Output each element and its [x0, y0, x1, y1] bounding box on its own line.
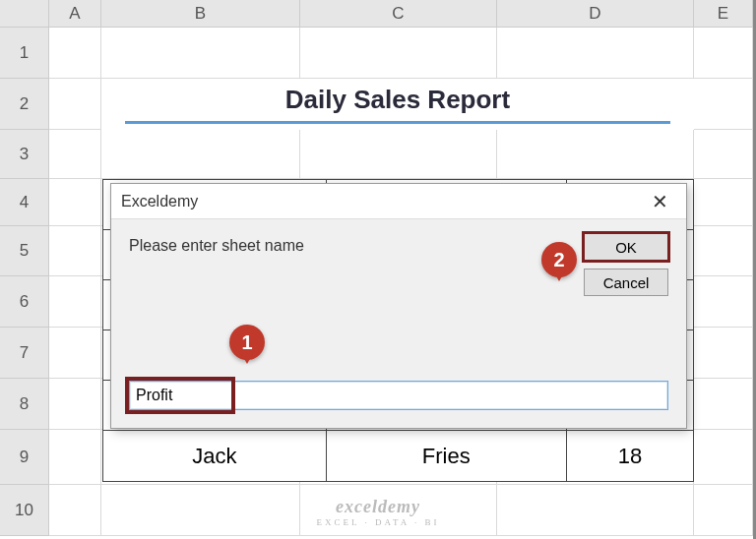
ok-button[interactable]: OK	[584, 233, 668, 261]
table-row: Jack Fries 18	[103, 431, 694, 482]
dialog-titlebar[interactable]: Exceldemy ✕	[111, 184, 686, 219]
watermark: exceldemy EXCEL · DATA · BI	[317, 497, 440, 527]
sheet-name-input[interactable]	[129, 381, 668, 410]
cell[interactable]	[49, 79, 101, 130]
close-icon[interactable]: ✕	[644, 190, 676, 213]
row-header-7[interactable]: 7	[0, 328, 49, 379]
cell[interactable]	[694, 276, 753, 328]
row-header-3[interactable]: 3	[0, 130, 49, 179]
row-header-5[interactable]: 5	[0, 226, 49, 276]
cell[interactable]	[49, 226, 101, 276]
cell[interactable]	[694, 28, 753, 79]
dialog-buttons: OK Cancel	[584, 233, 668, 296]
row-header-2[interactable]: 2	[0, 79, 49, 130]
cell[interactable]	[497, 130, 694, 179]
cell-value[interactable]: 18	[566, 431, 693, 482]
col-header-A[interactable]: A	[49, 0, 101, 28]
dialog-title: Exceldemy	[121, 193, 198, 210]
input-row	[129, 381, 668, 410]
cell[interactable]	[694, 179, 753, 226]
watermark-subtitle: EXCEL · DATA · BI	[317, 517, 440, 527]
inputbox-dialog: Exceldemy ✕ Please enter sheet name OK C…	[110, 183, 687, 429]
cell[interactable]	[300, 28, 497, 79]
cell[interactable]	[49, 179, 101, 226]
select-all-corner[interactable]	[0, 0, 49, 28]
cell[interactable]	[101, 28, 300, 79]
title-cell[interactable]: Daily Sales Report	[101, 79, 694, 130]
row-header-9[interactable]: 9	[0, 430, 49, 485]
row-header-4[interactable]: 4	[0, 179, 49, 226]
cell-name[interactable]: Jack	[103, 431, 327, 482]
spreadsheet-area: A B C D E 1 2 Daily Sales Report 3 4 5 6…	[0, 0, 756, 539]
col-header-B[interactable]: B	[101, 0, 300, 28]
callout-2: 2	[541, 242, 577, 277]
cell[interactable]	[49, 276, 101, 328]
cell[interactable]	[49, 379, 101, 430]
cancel-button[interactable]: Cancel	[584, 269, 668, 296]
callout-1: 1	[229, 325, 265, 360]
watermark-title: exceldemy	[317, 497, 440, 517]
row-header-8[interactable]: 8	[0, 379, 49, 430]
cell[interactable]	[49, 28, 101, 79]
col-header-C[interactable]: C	[300, 0, 497, 28]
cell-item[interactable]: Fries	[326, 431, 566, 482]
cell[interactable]	[497, 28, 694, 79]
cell[interactable]	[694, 328, 753, 379]
cell[interactable]	[694, 485, 753, 536]
cell[interactable]	[49, 130, 101, 179]
cell[interactable]	[694, 130, 753, 179]
cell[interactable]	[300, 130, 497, 179]
report-title: Daily Sales Report	[125, 85, 670, 124]
col-header-E[interactable]: E	[694, 0, 753, 28]
cell[interactable]	[101, 130, 300, 179]
cell[interactable]	[694, 430, 753, 485]
row-header-10[interactable]: 10	[0, 485, 49, 536]
cell[interactable]	[694, 79, 753, 130]
row-header-6[interactable]: 6	[0, 276, 49, 328]
dialog-body: Please enter sheet name OK Cancel	[111, 219, 686, 428]
cell[interactable]	[694, 226, 753, 276]
col-header-D[interactable]: D	[497, 0, 694, 28]
cell[interactable]	[497, 485, 694, 536]
cell[interactable]	[101, 485, 300, 536]
cell[interactable]	[49, 430, 101, 485]
cell[interactable]	[694, 379, 753, 430]
cell[interactable]	[49, 485, 101, 536]
cell[interactable]	[49, 328, 101, 379]
row-header-1[interactable]: 1	[0, 28, 49, 79]
